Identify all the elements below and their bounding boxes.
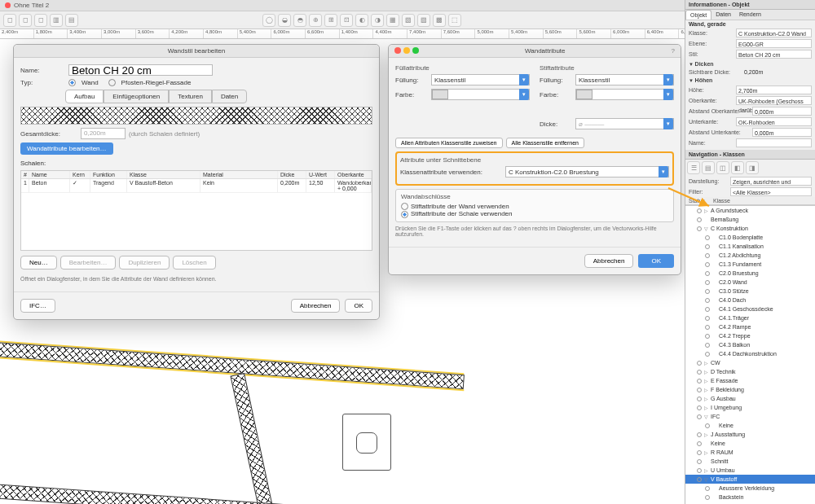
tool-button[interactable]: ▦ — [386, 14, 399, 27]
cancel-button[interactable]: Abbrechen — [584, 254, 634, 268]
tool-button[interactable]: ◯ — [262, 14, 275, 27]
close-icon[interactable] — [5, 2, 11, 8]
remove-all-button[interactable]: Alle Klassenstile entfernen — [506, 138, 585, 148]
tree-item[interactable]: C4.1 Geschossdecke — [685, 305, 815, 313]
height-field[interactable]: 2,700m — [736, 85, 812, 94]
tree-item[interactable]: ▷J Ausstattung — [685, 430, 815, 439]
tree-item[interactable]: C4.1.Träger — [685, 313, 815, 322]
tool-button[interactable]: ◻ — [3, 14, 16, 27]
tree-item[interactable]: C4.2 Rampe — [685, 322, 815, 331]
tool-button[interactable]: ▧ — [402, 14, 415, 27]
tree-item[interactable]: Bemaßung — [685, 215, 815, 224]
class-tree[interactable]: ▷A GrundstueckBemaßung▽C KonstruktionC1.… — [685, 205, 815, 504]
section-dicken[interactable]: Dicken — [685, 59, 815, 68]
section-hoehen[interactable]: Höhen — [685, 76, 815, 85]
tab-texturen[interactable]: Texturen — [169, 90, 212, 103]
tool-button[interactable]: ⊡ — [340, 14, 353, 27]
tool-button[interactable]: ⊞ — [324, 14, 337, 27]
tool-button[interactable]: ◻ — [19, 14, 32, 27]
tab-objekt[interactable]: Objekt — [685, 10, 711, 20]
top-field[interactable]: UK-Rohboden (Geschoss darüber) — [736, 96, 812, 105]
delete-button[interactable]: Löschen — [173, 256, 215, 270]
edit-wall-attrs-button[interactable]: Wandattribute bearbeiten… — [20, 142, 113, 155]
class-attrs-combo[interactable]: C Konstruktion-C2.0 Bruestung▾ — [505, 166, 669, 177]
tree-item[interactable]: ▷A Grundstueck — [685, 206, 815, 215]
tool-button[interactable]: ⊕ — [309, 14, 322, 27]
tree-item[interactable]: C2.0 Wand — [685, 278, 815, 287]
drawing-object[interactable] — [342, 414, 391, 471]
assign-all-button[interactable]: Allen Attributen Klassenstile zuweisen — [395, 138, 503, 148]
nav-tool[interactable]: ☰ — [687, 161, 700, 174]
tool-button[interactable]: ▤ — [65, 14, 78, 27]
class-field[interactable]: C Konstruktion-C2.0 Wand — [736, 28, 812, 37]
tree-item[interactable]: Backstein — [685, 493, 815, 502]
tool-button[interactable]: ◻ — [34, 14, 47, 27]
tree-item[interactable]: C4.4 Dachkonstruktion — [685, 349, 815, 358]
tool-button[interactable]: ▩ — [433, 14, 446, 27]
tab-daten[interactable]: Daten — [212, 90, 247, 103]
ok-button[interactable]: OK — [345, 299, 372, 313]
tree-item[interactable]: ▷R RAUM — [685, 448, 815, 457]
cancel-button[interactable]: Abbrechen — [291, 299, 341, 313]
tree-item[interactable]: ▷U Umbau — [685, 466, 815, 475]
layer-field[interactable]: EG00-GR — [736, 39, 812, 48]
type-curtain-radio[interactable] — [108, 79, 116, 86]
type-wall-radio[interactable] — [68, 79, 76, 86]
ifc-button[interactable]: IFC… — [20, 299, 55, 313]
minimize-icon[interactable] — [403, 47, 410, 54]
tool-button[interactable]: ◑ — [371, 14, 384, 27]
new-button[interactable]: Neu… — [20, 256, 57, 270]
tree-item[interactable]: ▽C Konstruktion — [685, 224, 815, 233]
tree-item[interactable]: C1.1 Kanalisation — [685, 242, 815, 251]
duplicate-button[interactable]: Duplizieren — [119, 256, 170, 270]
tree-item[interactable]: Aeussere Verkleidung — [685, 484, 815, 493]
obj-name-field[interactable] — [736, 138, 812, 147]
tool-button[interactable]: ▨ — [417, 14, 430, 27]
tree-item[interactable]: Schnitt — [685, 457, 815, 466]
edit-button[interactable]: Bearbeiten… — [60, 256, 117, 270]
tree-item[interactable]: Keine — [685, 421, 815, 430]
tab-rendern[interactable]: Rendern — [735, 10, 765, 20]
tab-aufbau[interactable]: Aufbau — [65, 90, 104, 103]
tool-button[interactable]: ▥ — [50, 14, 63, 27]
name-input[interactable] — [68, 64, 213, 76]
shells-table[interactable]: #NameKernFunktionKlasseMaterialDickeU-We… — [20, 170, 372, 251]
tree-item[interactable]: C4.3 Balkon — [685, 340, 815, 349]
tree-item[interactable]: ▽V Baustoff — [685, 475, 815, 484]
nav-tool[interactable]: ◨ — [746, 161, 759, 174]
tree-item[interactable]: ▷D Technik — [685, 367, 815, 376]
tree-item[interactable]: C3.0 Stütze — [685, 287, 815, 296]
tree-item[interactable]: C1.0 Bodenplatte — [685, 233, 815, 242]
pen-color-combo[interactable]: ▾ — [575, 89, 674, 100]
shell-pen-radio[interactable] — [401, 211, 408, 218]
thickness-combo[interactable]: ⌀ ———▾ — [575, 118, 674, 129]
tree-item[interactable]: C2.0 Bruestung — [685, 269, 815, 278]
tool-button[interactable]: ◒ — [278, 14, 291, 27]
wall-pen-radio[interactable] — [401, 203, 408, 210]
nav-tool[interactable]: ▤ — [702, 161, 715, 174]
fill-color-combo[interactable]: ▾ — [431, 89, 530, 100]
tree-item[interactable]: C4.2 Treppe — [685, 331, 815, 340]
tree-item[interactable]: ▷G Ausbau — [685, 394, 815, 403]
tool-button[interactable]: ◓ — [293, 14, 306, 27]
tree-item[interactable]: Keine — [685, 439, 815, 448]
fill-combo[interactable]: Klassenstil▾ — [431, 74, 530, 85]
tree-item[interactable]: C4.0 Dach — [685, 296, 815, 305]
tree-item[interactable]: ▽IFC — [685, 412, 815, 421]
tool-button[interactable]: ⬚ — [448, 14, 461, 27]
tree-item[interactable]: ▷I Umgebung — [685, 403, 815, 412]
tab-daten[interactable]: Daten — [711, 10, 735, 20]
ok-button[interactable]: OK — [638, 254, 674, 268]
pen-combo[interactable]: Klassenstil▾ — [575, 74, 674, 85]
tab-einfuege[interactable]: Einfügeoptionen — [104, 90, 169, 103]
zoom-icon[interactable] — [412, 47, 419, 54]
help-icon[interactable]: ? — [672, 47, 675, 55]
tree-item[interactable]: ▷F Bekleidung — [685, 385, 815, 394]
tool-button[interactable]: ◐ — [355, 14, 368, 27]
tree-item[interactable]: C1.3 Fundament — [685, 260, 815, 269]
nav-tool[interactable]: ◧ — [731, 161, 744, 174]
tree-item[interactable]: C1.2 Abdichtung — [685, 251, 815, 260]
close-icon[interactable] — [394, 47, 401, 54]
tree-item[interactable]: ▷E Fassade — [685, 376, 815, 385]
tree-item[interactable]: ▷CW — [685, 358, 815, 367]
